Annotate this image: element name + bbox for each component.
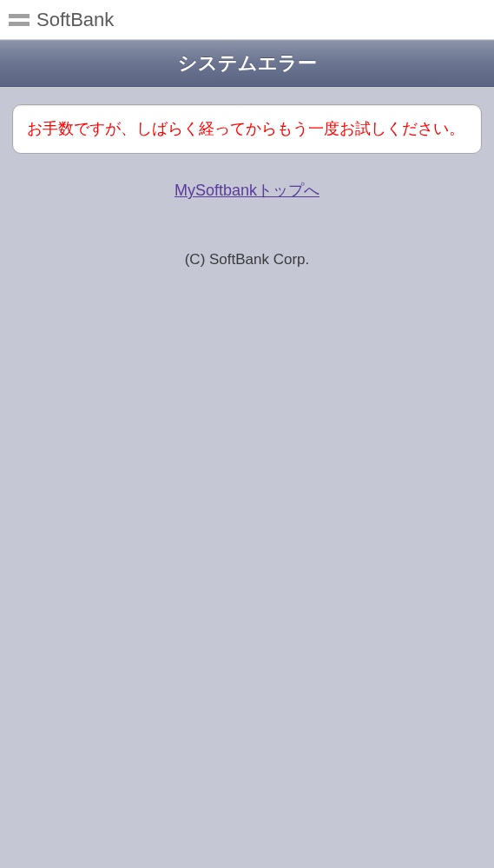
- mysoftbank-top-link[interactable]: MySoftbankトップへ: [175, 182, 319, 199]
- menu-icon[interactable]: [9, 14, 30, 26]
- copyright-text: (C) SoftBank Corp.: [12, 251, 482, 268]
- title-bar: システムエラー: [0, 40, 494, 87]
- brand-name: SoftBank: [36, 9, 114, 31]
- content-area: お手数ですが、しばらく経ってからもう一度お試しください。 MySoftbankト…: [0, 87, 494, 286]
- header-bar: SoftBank: [0, 0, 494, 40]
- error-box: お手数ですが、しばらく経ってからもう一度お試しください。: [12, 104, 482, 154]
- page-title: システムエラー: [178, 50, 317, 76]
- error-message: お手数ですが、しばらく経ってからもう一度お試しください。: [27, 117, 467, 141]
- link-area: MySoftbankトップへ: [12, 180, 482, 201]
